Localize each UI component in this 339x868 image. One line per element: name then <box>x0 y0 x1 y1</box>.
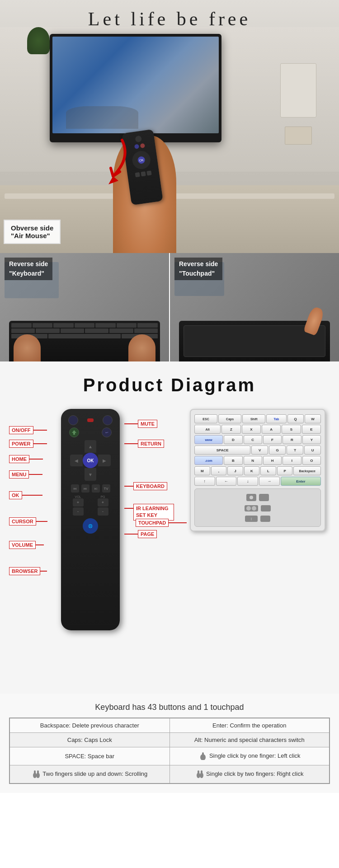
table-cell-caps: Caps: Caps Lock <box>9 733 170 747</box>
label-keyboard: KEYBOARD <box>133 482 167 490</box>
label-on-off: ON/OFF <box>9 426 33 434</box>
info-header: Keyboard has 43 buttons and 1 touchpad <box>9 703 330 712</box>
label-ir-learning: IR LEARNING SET KEY <box>133 504 174 521</box>
diagram-title: Product Diagram <box>9 375 330 395</box>
table-cell-right-click: Single click by two fingers: Right click <box>170 765 330 784</box>
table-cell-backspace: Backspace: Delete previous character <box>9 718 170 733</box>
table-cell-alt: Alt: Numeric and special characters swit… <box>170 733 330 747</box>
keyboard-panel: Reverse side "Keyboard" <box>0 253 170 361</box>
table-cell-enter: Enter: Confirm the operation <box>170 718 330 733</box>
touchpad-panel-label: Reverse side "Touchpad" <box>174 258 222 280</box>
label-ok: OK <box>9 491 22 499</box>
info-table: Backspace: Delete previous character Ent… <box>9 718 330 784</box>
label-cursor: CURSOR <box>9 517 36 525</box>
two-finger-scroll-icon <box>32 769 41 778</box>
svg-rect-2 <box>202 752 204 757</box>
label-power: POWER <box>9 440 33 448</box>
two-finger-click-icon <box>195 769 204 778</box>
table-cell-left-click: Single click by one finger: Left click <box>170 747 330 765</box>
label-volume: VOLUME <box>9 541 36 549</box>
label-home: HOME <box>9 455 29 463</box>
hero-section: OK Let life be free Obverse side "Air Mo… <box>0 0 339 253</box>
table-cell-scroll: Two fingers slide up and down: Scrolling <box>9 765 170 784</box>
single-finger-icon <box>198 751 207 760</box>
info-section: Keyboard has 43 buttons and 1 touchpad B… <box>0 694 339 793</box>
red-arrow-icon <box>86 136 131 185</box>
label-mute: MUTE <box>138 420 157 428</box>
svg-rect-4 <box>34 770 36 774</box>
hero-title: Let life be free <box>0 8 339 30</box>
keyboard-diagram: ESC Caps Shift Tab Q W Alt Z X A S E <box>190 409 330 531</box>
table-row: Caps: Caps Lock Alt: Numeric and special… <box>9 733 330 747</box>
label-browser: BROWSER <box>9 567 40 575</box>
svg-rect-8 <box>198 770 199 774</box>
panels-section: Reverse side "Keyboard" Reverse side "To… <box>0 253 339 361</box>
label-page: PAGE <box>138 530 157 538</box>
obverse-label: Obverse side "Air Mouse" <box>4 220 61 244</box>
svg-marker-0 <box>108 176 118 184</box>
table-row: SPACE: Space bar Single click by one fin… <box>9 747 330 765</box>
label-menu: MENU <box>9 470 29 479</box>
svg-rect-6 <box>37 770 39 774</box>
table-row: Backspace: Delete previous character Ent… <box>9 718 330 733</box>
label-touchpad: TOUCHPAD <box>136 519 169 527</box>
remote-control-diagram: ↩ ▲ ▼ ◀ ▶ OK ⏮ ⏭ <box>59 409 122 630</box>
table-cell-space: SPACE: Space bar <box>9 747 170 765</box>
obverse-line2: "Air Mouse" <box>11 232 53 239</box>
keyboard-panel-label: Reverse side "Keyboard" <box>5 258 52 280</box>
obverse-line1: Obverse side <box>11 224 53 232</box>
touchpad-panel: Reverse side "Touchpad" <box>170 253 339 361</box>
diagram-section: Product Diagram ON/OFF POWER HOME MENU <box>0 361 339 694</box>
svg-rect-10 <box>201 770 202 774</box>
table-row: Two fingers slide up and down: Scrolling… <box>9 765 330 784</box>
label-return: RETURN <box>138 440 164 448</box>
